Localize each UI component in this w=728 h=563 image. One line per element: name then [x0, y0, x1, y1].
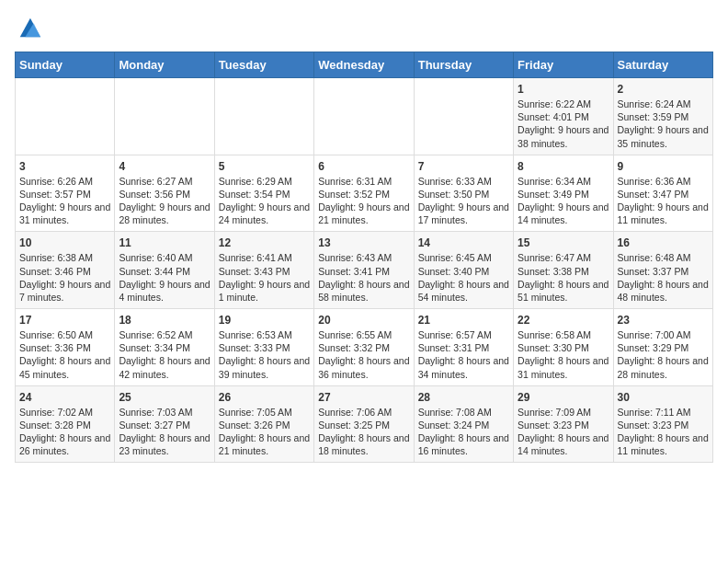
- calendar-cell: 9Sunrise: 6:36 AMSunset: 3:47 PMDaylight…: [613, 155, 712, 232]
- day-info: Sunrise: 6:41 AM: [219, 251, 310, 264]
- day-number: 10: [19, 236, 110, 249]
- day-info: Daylight: 9 hours and 24 minutes.: [219, 201, 310, 226]
- day-number: 6: [318, 160, 409, 173]
- day-number: 19: [219, 314, 310, 327]
- day-info: Daylight: 8 hours and 16 minutes.: [418, 431, 509, 457]
- day-info: Sunset: 3:49 PM: [518, 188, 609, 201]
- day-info: Sunrise: 6:50 AM: [19, 328, 110, 341]
- day-info: Sunset: 3:50 PM: [418, 188, 509, 201]
- day-number: 28: [418, 391, 509, 404]
- day-info: Daylight: 8 hours and 23 minutes.: [119, 431, 210, 457]
- day-info: Sunset: 3:24 PM: [418, 419, 509, 431]
- day-info: Sunrise: 7:11 AM: [618, 406, 709, 419]
- day-number: 24: [19, 391, 110, 404]
- day-info: Sunrise: 6:52 AM: [119, 328, 210, 341]
- day-info: Sunrise: 6:29 AM: [219, 175, 310, 188]
- day-info: Daylight: 8 hours and 39 minutes.: [219, 354, 310, 380]
- day-info: Sunset: 3:40 PM: [418, 265, 509, 278]
- calendar-cell: 28Sunrise: 7:08 AMSunset: 3:24 PMDayligh…: [414, 385, 513, 463]
- day-info: Sunrise: 6:24 AM: [618, 98, 709, 110]
- day-number: 18: [119, 314, 210, 327]
- day-info: Daylight: 9 hours and 28 minutes.: [119, 201, 210, 226]
- calendar-cell: 29Sunrise: 7:09 AMSunset: 3:23 PMDayligh…: [514, 385, 613, 463]
- calendar-cell: 15Sunrise: 6:47 AMSunset: 3:38 PMDayligh…: [514, 232, 613, 309]
- day-info: Daylight: 8 hours and 11 minutes.: [618, 431, 709, 457]
- day-info: Daylight: 9 hours and 31 minutes.: [19, 201, 110, 226]
- day-number: 23: [618, 314, 709, 327]
- day-info: Sunrise: 6:57 AM: [418, 328, 509, 341]
- calendar-week-row: 3Sunrise: 6:26 AMSunset: 3:57 PMDaylight…: [16, 155, 713, 232]
- day-info: Daylight: 9 hours and 38 minutes.: [518, 123, 609, 149]
- day-number: 9: [618, 160, 709, 173]
- day-info: Sunset: 3:36 PM: [19, 341, 110, 354]
- logo-icon: [17, 15, 42, 40]
- calendar-cell: 17Sunrise: 6:50 AMSunset: 3:36 PMDayligh…: [16, 309, 115, 386]
- calendar-week-row: 10Sunrise: 6:38 AMSunset: 3:46 PMDayligh…: [16, 232, 713, 309]
- calendar-cell: [314, 78, 414, 155]
- weekday-header-saturday: Saturday: [613, 52, 712, 78]
- day-info: Daylight: 8 hours and 18 minutes.: [318, 431, 409, 457]
- day-info: Daylight: 9 hours and 11 minutes.: [618, 201, 709, 226]
- day-number: 16: [618, 236, 709, 249]
- day-info: Sunrise: 6:34 AM: [518, 175, 609, 188]
- day-info: Sunset: 3:30 PM: [518, 341, 609, 354]
- day-info: Daylight: 8 hours and 36 minutes.: [318, 354, 409, 380]
- day-info: Sunset: 3:46 PM: [19, 265, 110, 278]
- day-info: Sunset: 3:44 PM: [119, 265, 210, 278]
- day-info: Sunrise: 6:47 AM: [518, 251, 609, 264]
- day-number: 12: [219, 236, 310, 249]
- day-info: Daylight: 8 hours and 54 minutes.: [418, 278, 509, 304]
- day-info: Daylight: 8 hours and 28 minutes.: [618, 354, 709, 380]
- weekday-header-row: SundayMondayTuesdayWednesdayThursdayFrid…: [16, 52, 713, 78]
- day-number: 21: [418, 314, 509, 327]
- day-number: 20: [318, 314, 409, 327]
- calendar-cell: 23Sunrise: 7:00 AMSunset: 3:29 PMDayligh…: [613, 309, 712, 386]
- calendar-cell: 5Sunrise: 6:29 AMSunset: 3:54 PMDaylight…: [214, 155, 313, 232]
- day-number: 5: [219, 160, 310, 173]
- day-number: 1: [518, 83, 609, 96]
- day-info: Sunrise: 7:02 AM: [19, 406, 110, 419]
- day-info: Sunset: 3:59 PM: [618, 110, 709, 123]
- day-number: 3: [19, 160, 110, 173]
- calendar-cell: 11Sunrise: 6:40 AMSunset: 3:44 PMDayligh…: [115, 232, 214, 309]
- day-info: Daylight: 8 hours and 31 minutes.: [518, 354, 609, 380]
- day-info: Sunset: 3:25 PM: [318, 419, 409, 431]
- weekday-header-monday: Monday: [115, 52, 214, 78]
- day-info: Sunrise: 7:03 AM: [119, 406, 210, 419]
- day-info: Sunrise: 7:05 AM: [219, 406, 310, 419]
- calendar-cell: 19Sunrise: 6:53 AMSunset: 3:33 PMDayligh…: [214, 309, 313, 386]
- page-header: [15, 15, 713, 40]
- calendar-cell: 26Sunrise: 7:05 AMSunset: 3:26 PMDayligh…: [214, 385, 313, 463]
- calendar-table: SundayMondayTuesdayWednesdayThursdayFrid…: [15, 52, 713, 463]
- day-info: Sunrise: 7:09 AM: [518, 406, 609, 419]
- day-info: Daylight: 9 hours and 1 minute.: [219, 278, 310, 304]
- day-info: Sunset: 3:33 PM: [219, 341, 310, 354]
- day-info: Daylight: 8 hours and 34 minutes.: [418, 354, 509, 380]
- day-info: Sunrise: 6:53 AM: [219, 328, 310, 341]
- calendar-cell: [414, 78, 513, 155]
- day-info: Daylight: 8 hours and 26 minutes.: [19, 431, 110, 457]
- day-info: Sunset: 3:57 PM: [19, 188, 110, 201]
- day-info: Sunset: 3:52 PM: [318, 188, 409, 201]
- day-number: 25: [119, 391, 210, 404]
- calendar-cell: [115, 78, 214, 155]
- calendar-cell: 20Sunrise: 6:55 AMSunset: 3:32 PMDayligh…: [314, 309, 414, 386]
- day-info: Daylight: 8 hours and 45 minutes.: [19, 354, 110, 380]
- day-info: Sunrise: 6:33 AM: [418, 175, 509, 188]
- day-info: Daylight: 9 hours and 17 minutes.: [418, 201, 509, 226]
- day-info: Sunset: 3:31 PM: [418, 341, 509, 354]
- day-info: Sunset: 3:38 PM: [518, 265, 609, 278]
- day-info: Sunset: 3:27 PM: [119, 419, 210, 431]
- day-info: Sunrise: 7:06 AM: [318, 406, 409, 419]
- day-info: Daylight: 9 hours and 21 minutes.: [318, 201, 409, 226]
- calendar-cell: 2Sunrise: 6:24 AMSunset: 3:59 PMDaylight…: [613, 78, 712, 155]
- day-info: Sunset: 3:34 PM: [119, 341, 210, 354]
- day-number: 17: [19, 314, 110, 327]
- day-info: Sunrise: 6:58 AM: [518, 328, 609, 341]
- calendar-cell: 4Sunrise: 6:27 AMSunset: 3:56 PMDaylight…: [115, 155, 214, 232]
- calendar-cell: 1Sunrise: 6:22 AMSunset: 4:01 PMDaylight…: [514, 78, 613, 155]
- day-info: Sunrise: 6:31 AM: [318, 175, 409, 188]
- day-number: 26: [219, 391, 310, 404]
- calendar-cell: 7Sunrise: 6:33 AMSunset: 3:50 PMDaylight…: [414, 155, 513, 232]
- day-info: Sunset: 3:26 PM: [219, 419, 310, 431]
